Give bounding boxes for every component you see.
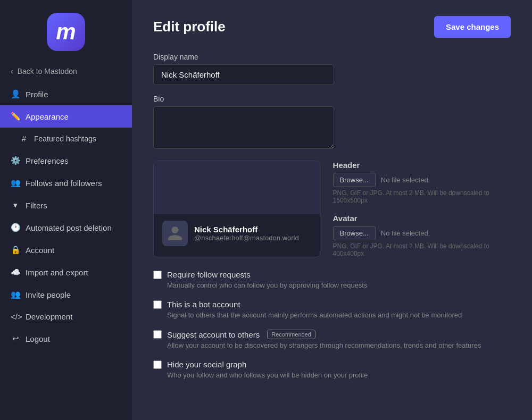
avatar-upload-row: Browse... No file selected. [333,226,511,240]
chevron-left-icon: ‹ [11,67,13,75]
display-name-group: Display name [153,53,511,85]
sidebar-item-label: Featured hashtags [34,135,96,143]
profile-preview: Nick Schäferhoff @nschaeferhoff@mastodon… [153,161,320,257]
require-follow-requests-checkbox[interactable] [153,271,162,279]
sidebar: m ‹ Back to Mastodon 👤 Profile ✏️ Appear… [0,0,132,420]
bot-account-label: This is a bot account [167,300,240,309]
profile-handle: @nschaeferhoff@mastodon.world [194,234,299,242]
follows-icon: 👥 [11,178,20,188]
page-header: Edit profile Save changes [153,16,511,38]
sidebar-item-development[interactable]: </> Development [0,306,132,327]
header-upload-row: Browse... No file selected. [333,173,511,187]
sidebar-nav: 👤 Profile ✏️ Appearance # Featured hasht… [0,83,132,350]
require-follow-requests-label: Require follow requests [167,270,251,279]
appearance-icon: ✏️ [11,112,20,121]
display-name-input[interactable] [153,64,334,85]
avatar-icon [167,225,184,242]
checkbox-item-suggest-account: Suggest account to others Recommended Al… [153,330,511,349]
invite-icon: 👥 [11,290,20,299]
sidebar-item-label: Logout [26,334,50,343]
display-name-label: Display name [153,53,511,61]
logo-area: m [0,0,132,62]
header-no-file-text: No file selected. [381,176,430,184]
profile-info: Nick Schäferhoff @nschaeferhoff@mastodon… [154,214,320,253]
require-follow-requests-desc: Manually control who can follow you by a… [167,281,511,289]
header-upload-group: Header Browse... No file selected. PNG, … [333,161,511,204]
sidebar-item-label: Profile [26,90,48,99]
back-to-mastodon-link[interactable]: ‹ Back to Mastodon [0,62,132,81]
profile-header-image [154,161,320,214]
code-icon: </> [11,312,20,321]
checkbox-row: Suggest account to others Recommended [153,330,511,339]
hide-social-graph-checkbox[interactable] [153,360,162,369]
sidebar-item-profile[interactable]: 👤 Profile [0,83,132,105]
sidebar-item-label: Filters [26,201,47,210]
hide-social-graph-desc: Who you follow and who follows you will … [167,371,511,379]
save-changes-button[interactable]: Save changes [434,16,511,38]
header-upload-label: Header [333,161,511,170]
header-browse-button[interactable]: Browse... [333,173,376,187]
sidebar-item-label: Automated post deletion [26,223,112,232]
suggest-account-label: Suggest account to others [167,330,260,339]
sidebar-item-appearance[interactable]: ✏️ Appearance [0,105,132,128]
hashtag-icon: # [19,134,29,143]
avatar-upload-group: Avatar Browse... No file selected. PNG, … [333,214,511,257]
sidebar-item-import-export[interactable]: ☁️ Import and export [0,261,132,283]
suggest-account-checkbox[interactable] [153,330,162,339]
avatar-no-file-text: No file selected. [381,229,430,237]
upload-section: Header Browse... No file selected. PNG, … [333,161,511,257]
sidebar-item-label: Account [26,246,54,255]
clock-icon: 🕐 [11,223,20,232]
sidebar-item-label: Development [26,312,72,321]
checkbox-item-require-follow-requests: Require follow requests Manually control… [153,270,511,289]
profile-icon: 👤 [11,89,20,99]
filter-icon: ▾ [11,200,20,210]
avatar-browse-button[interactable]: Browse... [333,226,376,240]
sidebar-item-preferences[interactable]: ⚙️ Preferences [0,149,132,172]
checkbox-row: This is a bot account [153,300,511,309]
bot-account-checkbox[interactable] [153,300,162,309]
gear-icon: ⚙️ [11,156,20,165]
sidebar-item-invite-people[interactable]: 👥 Invite people [0,283,132,306]
bio-label: Bio [153,95,511,103]
sidebar-item-follows-followers[interactable]: 👥 Follows and followers [0,172,132,194]
logout-icon: ↩ [11,334,20,343]
sidebar-item-label: Follows and followers [26,179,102,188]
checkbox-row: Hide your social graph [153,360,511,369]
avatar-upload-label: Avatar [333,214,511,223]
main-content: Edit profile Save changes Display name B… [132,0,532,420]
checkbox-section: Require follow requests Manually control… [153,270,511,379]
profile-text: Nick Schäferhoff @nschaeferhoff@mastodon… [194,225,299,242]
suggest-account-desc: Allow your account to be discovered by s… [167,341,511,349]
hide-social-graph-label: Hide your social graph [167,360,246,369]
checkbox-item-bot-account: This is a bot account Signal to others t… [153,300,511,319]
profile-section: Nick Schäferhoff @nschaeferhoff@mastodon… [153,161,511,257]
lock-icon: 🔒 [11,245,20,255]
sidebar-item-logout[interactable]: ↩ Logout [0,327,132,350]
page-title: Edit profile [153,19,226,35]
header-upload-hint: PNG, GIF or JPG. At most 2 MB. Will be d… [333,189,511,204]
avatar-upload-hint: PNG, GIF or JPG. At most 2 MB. Will be d… [333,242,511,257]
profile-name: Nick Schäferhoff [194,225,299,234]
sidebar-item-automated-post-deletion[interactable]: 🕐 Automated post deletion [0,216,132,239]
sidebar-item-label: Invite people [26,290,71,299]
sidebar-item-account[interactable]: 🔒 Account [0,239,132,261]
recommended-badge: Recommended [267,330,315,339]
bot-account-desc: Signal to others that the account mainly… [167,311,511,319]
bio-textarea[interactable] [153,106,334,149]
sidebar-item-label: Appearance [26,112,69,121]
cloud-icon: ☁️ [11,267,20,277]
checkbox-row: Require follow requests [153,270,511,279]
sidebar-item-label: Preferences [26,156,69,165]
checkbox-item-hide-social-graph: Hide your social graph Who you follow an… [153,360,511,379]
sidebar-item-label: Import and export [26,268,88,277]
sidebar-item-filters[interactable]: ▾ Filters [0,194,132,216]
mastodon-logo: m [47,13,85,51]
sidebar-item-featured-hashtags[interactable]: # Featured hashtags [0,128,132,149]
avatar [162,221,188,246]
bio-group: Bio [153,95,511,151]
back-link-label: Back to Mastodon [18,67,77,75]
